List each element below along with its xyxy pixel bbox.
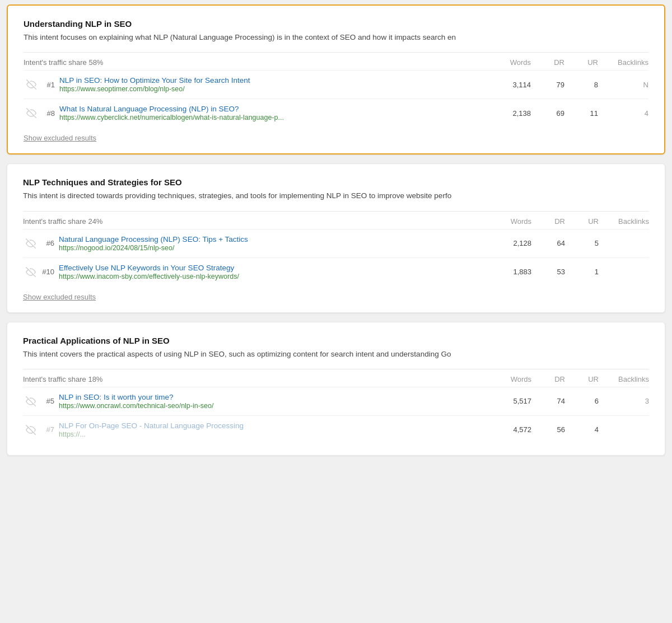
col-header-ur: UR (565, 375, 599, 383)
result-metrics: 1,883531 (481, 268, 649, 276)
col-headers: WordsDRURBacklinks (480, 58, 648, 67)
metric-words: 2,128 (481, 239, 531, 247)
metric-dr: 53 (531, 268, 565, 276)
table-row: #7NLP For On-Page SEO - Natural Language… (23, 415, 649, 444)
intent-description: This intent focuses on explaining what N… (24, 32, 648, 43)
metric-backlinks: N (598, 81, 648, 89)
metric-words: 5,517 (481, 397, 531, 405)
result-title-link[interactable]: Natural Language Processing (NLP) SEO: T… (59, 235, 481, 243)
intent-title: NLP Techniques and Strategies for SEO (23, 177, 649, 187)
intent-description: This intent covers the practical aspects… (23, 349, 649, 360)
result-metrics: 2,128645 (481, 239, 649, 247)
metric-backlinks: 4 (598, 109, 648, 118)
metric-words: 3,114 (480, 81, 531, 89)
result-title-link[interactable]: NLP in SEO: How to Optimize Your Site fo… (59, 76, 480, 85)
result-rank: #1 (39, 81, 59, 89)
traffic-row: Intent's traffic share 24%WordsDRURBackl… (23, 211, 649, 229)
intent-card-3: Practical Applications of NLP in SEOThis… (7, 322, 665, 456)
show-excluded-link[interactable]: Show excluded results (23, 293, 96, 301)
result-title-link[interactable]: NLP For On-Page SEO - Natural Language P… (59, 421, 481, 430)
eye-slash-icon[interactable] (24, 79, 39, 90)
intent-description: This intent is directed towards providin… (23, 190, 649, 202)
eye-slash-icon[interactable] (24, 108, 39, 118)
traffic-label: Intent's traffic share 18% (23, 375, 481, 383)
intent-title: Understanding NLP in SEO (24, 19, 648, 29)
intent-card-2: NLP Techniques and Strategies for SEOThi… (7, 163, 665, 312)
result-title-link[interactable]: What Is Natural Language Processing (NLP… (59, 105, 480, 113)
traffic-row: Intent's traffic share 18%WordsDRURBackl… (23, 369, 649, 387)
col-headers: WordsDRURBacklinks (481, 217, 649, 226)
result-rank: #8 (39, 109, 59, 118)
table-row: #1NLP in SEO: How to Optimize Your Site … (24, 70, 648, 99)
metric-dr: 74 (531, 397, 565, 405)
result-metrics: 5,5177463 (481, 397, 649, 405)
result-url-link[interactable]: https://www.cyberclick.net/numericalblog… (59, 114, 480, 121)
col-header-words: Words (480, 58, 531, 67)
col-header-backlinks: Backlinks (599, 375, 649, 383)
result-url-link[interactable]: https://www.oncrawl.com/technical-seo/nl… (59, 402, 481, 410)
result-content: What Is Natural Language Processing (NLP… (59, 105, 480, 121)
result-metrics: 3,114798N (480, 81, 648, 89)
result-content: Natural Language Processing (NLP) SEO: T… (59, 235, 481, 252)
result-url-link[interactable]: https://www.seoptimer.com/blog/nlp-seo/ (59, 85, 480, 93)
metric-backlinks: 3 (599, 397, 649, 405)
col-header-words: Words (481, 217, 531, 226)
result-url-link[interactable]: https://nogood.io/2024/08/15/nlp-seo/ (59, 244, 481, 252)
metric-dr: 56 (531, 425, 565, 434)
metric-dr: 69 (531, 109, 564, 118)
eye-slash-icon[interactable] (23, 396, 39, 406)
result-title-link[interactable]: NLP in SEO: Is it worth your time? (59, 393, 481, 401)
metric-ur: 5 (565, 239, 599, 247)
metric-words: 2,138 (480, 109, 531, 118)
col-headers: WordsDRURBacklinks (481, 375, 649, 383)
col-header-ur: UR (565, 217, 599, 226)
table-row: #10Effectively Use NLP Keywords in Your … (23, 257, 649, 286)
result-rank: #7 (39, 425, 59, 434)
result-url-link[interactable]: https://... (59, 430, 481, 438)
col-header-ur: UR (564, 58, 598, 67)
result-rank: #6 (39, 239, 59, 247)
metric-dr: 79 (531, 81, 564, 89)
metric-dr: 64 (531, 239, 565, 247)
result-url-link[interactable]: https://www.inacom-sby.com/effectively-u… (59, 273, 481, 280)
result-metrics: 4,572564 (481, 425, 649, 434)
result-content: NLP in SEO: How to Optimize Your Site fo… (59, 76, 480, 93)
result-content: Effectively Use NLP Keywords in Your SEO… (59, 264, 481, 280)
col-header-backlinks: Backlinks (598, 58, 648, 67)
show-excluded-link[interactable]: Show excluded results (24, 134, 96, 142)
eye-slash-icon[interactable] (23, 425, 39, 435)
metric-words: 4,572 (481, 425, 531, 434)
metric-ur: 11 (564, 109, 598, 118)
col-header-dr: DR (531, 375, 565, 383)
table-row: #5NLP in SEO: Is it worth your time?http… (23, 387, 649, 415)
table-row: #6Natural Language Processing (NLP) SEO:… (23, 229, 649, 257)
metric-ur: 6 (565, 397, 599, 405)
col-header-dr: DR (531, 58, 564, 67)
eye-slash-icon[interactable] (23, 238, 39, 249)
eye-slash-icon[interactable] (23, 267, 39, 277)
result-rank: #5 (39, 397, 59, 405)
col-header-backlinks: Backlinks (599, 217, 649, 226)
col-header-dr: DR (531, 217, 565, 226)
table-row: #8What Is Natural Language Processing (N… (24, 99, 648, 127)
col-header-words: Words (481, 375, 531, 383)
intent-title: Practical Applications of NLP in SEO (23, 336, 649, 345)
result-content: NLP For On-Page SEO - Natural Language P… (59, 421, 481, 438)
page-wrapper: Understanding NLP in SEOThis intent focu… (0, 0, 672, 469)
metric-ur: 4 (565, 425, 599, 434)
traffic-label: Intent's traffic share 58% (24, 58, 480, 67)
result-rank: #10 (39, 268, 59, 276)
traffic-label: Intent's traffic share 24% (23, 217, 481, 226)
result-metrics: 2,13869114 (480, 109, 648, 118)
traffic-row: Intent's traffic share 58%WordsDRURBackl… (24, 52, 648, 70)
intent-card-1: Understanding NLP in SEOThis intent focu… (7, 4, 665, 154)
metric-ur: 8 (564, 81, 598, 89)
metric-ur: 1 (565, 268, 599, 276)
result-title-link[interactable]: Effectively Use NLP Keywords in Your SEO… (59, 264, 481, 272)
result-content: NLP in SEO: Is it worth your time?https:… (59, 393, 481, 410)
metric-words: 1,883 (481, 268, 531, 276)
